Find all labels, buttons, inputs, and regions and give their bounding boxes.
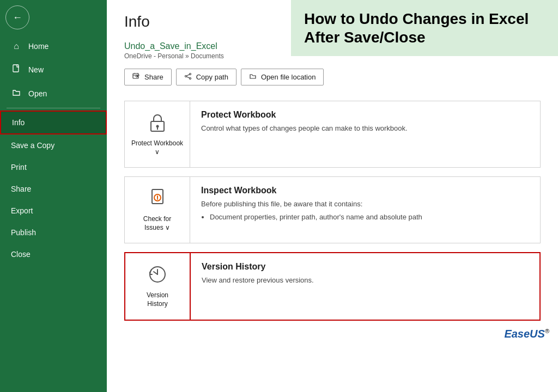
sidebar-item-label: Home	[28, 42, 48, 51]
sidebar-item-label: Close	[11, 250, 31, 259]
sidebar-item-export[interactable]: Export	[0, 200, 107, 222]
sidebar-item-share[interactable]: Share	[0, 178, 107, 200]
open-location-icon	[249, 72, 257, 82]
svg-point-4	[189, 78, 191, 79]
protect-workbook-icon-label: Protect Workbook ∨	[130, 139, 184, 156]
banner-title: How to Undo Changes in Excel After Save/…	[304, 10, 545, 46]
sidebar-item-label: Share	[11, 185, 31, 193]
inspect-workbook-icon-label: Check forIssues ∨	[143, 215, 171, 232]
sidebar-item-publish[interactable]: Publish	[0, 222, 107, 243]
new-icon	[11, 64, 22, 75]
version-history-desc: View and restore previous versions.	[202, 275, 529, 286]
sidebar-item-label: New	[28, 65, 44, 74]
copy-path-button-label: Copy path	[196, 73, 228, 81]
version-history-title: Version History	[202, 262, 529, 272]
main-panel: How to Undo Changes in Excel After Save/…	[107, 0, 558, 392]
copy-path-button[interactable]: Copy path	[176, 69, 236, 85]
open-icon	[11, 88, 22, 99]
inspect-icon	[148, 188, 167, 211]
sidebar-item-print[interactable]: Print	[0, 156, 107, 178]
tutorial-banner: How to Undo Changes in Excel After Save/…	[291, 0, 558, 56]
sidebar-item-info[interactable]: Info	[0, 111, 107, 134]
version-history-icon-area: VersionHistory	[125, 253, 191, 319]
inspect-workbook-desc: Before publishing this file, be aware th…	[201, 199, 529, 222]
sidebar-item-label: Export	[11, 206, 33, 215]
open-location-button[interactable]: Open file location	[241, 69, 324, 85]
back-button[interactable]: ←	[5, 5, 29, 29]
open-location-button-label: Open file location	[261, 73, 316, 81]
sidebar: ← ⌂ Home New Open Info Save a Copy Print…	[0, 0, 107, 392]
version-history-section[interactable]: VersionHistory Version History View and …	[124, 252, 541, 320]
sidebar-item-save-copy[interactable]: Save a Copy	[0, 134, 107, 156]
share-icon	[132, 72, 140, 82]
sidebar-item-close[interactable]: Close	[0, 243, 107, 265]
protect-workbook-title: Protect Workbook	[201, 110, 529, 120]
copy-path-icon	[184, 72, 192, 82]
inspect-workbook-icon-area: Check forIssues ∨	[125, 177, 190, 243]
inspect-workbook-content: Inspect Workbook Before publishing this …	[190, 177, 540, 243]
sidebar-item-label: Save a Copy	[11, 141, 54, 150]
version-history-content: Version History View and restore previou…	[191, 253, 539, 319]
lock-icon	[148, 112, 167, 135]
sidebar-item-new[interactable]: New	[0, 58, 107, 82]
sidebar-item-home[interactable]: ⌂ Home	[0, 35, 107, 58]
easeus-logo: EaseUS®	[504, 328, 549, 340]
version-history-icon	[147, 264, 168, 287]
inspect-workbook-section[interactable]: Check forIssues ∨ Inspect Workbook Befor…	[124, 176, 541, 243]
sidebar-item-label: Info	[12, 118, 25, 127]
protect-workbook-section[interactable]: Protect Workbook ∨ Protect Workbook Cont…	[124, 101, 541, 168]
sidebar-item-open[interactable]: Open	[0, 82, 107, 106]
home-icon: ⌂	[11, 41, 22, 51]
share-button[interactable]: Share	[124, 69, 172, 85]
sidebar-item-label: Open	[28, 89, 47, 98]
protect-workbook-icon-area: Protect Workbook ∨	[125, 101, 190, 167]
svg-point-2	[185, 76, 186, 77]
svg-point-3	[189, 74, 191, 75]
protect-workbook-desc: Control what types of changes people can…	[201, 123, 529, 134]
action-buttons-row: Share Copy path Open file location	[124, 69, 541, 85]
protect-workbook-content: Protect Workbook Control what types of c…	[190, 101, 540, 167]
sidebar-divider	[7, 108, 100, 108]
version-history-icon-label: VersionHistory	[147, 291, 168, 308]
sidebar-item-label: Publish	[11, 228, 36, 237]
share-button-label: Share	[144, 73, 163, 81]
svg-rect-0	[13, 65, 19, 72]
inspect-list-item: Document properties, printer path, autho…	[210, 212, 529, 223]
sidebar-item-label: Print	[11, 163, 27, 171]
inspect-workbook-title: Inspect Workbook	[201, 186, 529, 195]
